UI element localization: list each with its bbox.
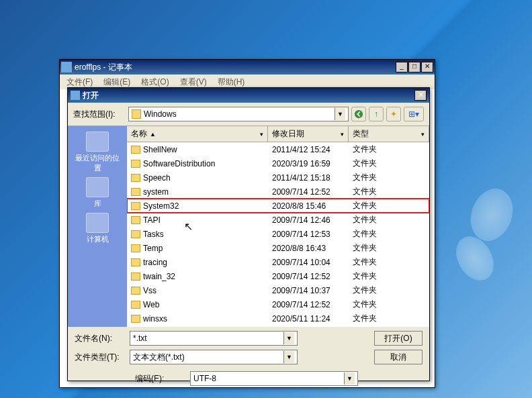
lookin-value: Windows bbox=[144, 109, 177, 119]
file-name: TAPI bbox=[143, 215, 161, 225]
file-date: 2020/8/8 16:43 bbox=[268, 243, 349, 254]
file-name: tracing bbox=[143, 258, 167, 267]
notepad-titlebar[interactable]: erofflps - 记事本 _ □ ✕ bbox=[60, 60, 435, 74]
folder-icon bbox=[131, 244, 140, 252]
file-row[interactable]: Vss2009/7/14 10:37文件夹 bbox=[127, 283, 429, 297]
file-name: twain_32 bbox=[143, 272, 175, 281]
file-list[interactable]: 名称 ▲▾ 修改日期▾ 类型▾ ShellNew2011/4/12 15:24文… bbox=[127, 126, 429, 327]
file-row[interactable]: winsxs2020/5/11 11:24文件夹 bbox=[127, 311, 429, 326]
file-date: 2020/5/11 11:24 bbox=[268, 313, 349, 324]
column-date[interactable]: 修改日期▾ bbox=[268, 126, 349, 142]
file-row[interactable]: tracing2009/7/14 10:04文件夹 bbox=[127, 255, 429, 269]
lookin-dropdown[interactable]: Windows ▼ bbox=[128, 107, 349, 121]
views-button[interactable]: ⊞▾ bbox=[404, 107, 424, 121]
file-row[interactable]: ShellNew2011/4/12 15:24文件夹 bbox=[127, 142, 429, 156]
file-type: 文件夹 bbox=[349, 298, 429, 311]
file-name: Speech bbox=[143, 173, 171, 183]
file-row[interactable]: Temp2020/8/8 16:43文件夹 bbox=[127, 241, 429, 255]
filename-label: 文件名(N): bbox=[75, 333, 130, 344]
libraries-icon bbox=[86, 177, 109, 197]
file-name: winsxs bbox=[143, 314, 167, 324]
folder-icon bbox=[131, 216, 140, 224]
sidebar-item-libraries[interactable]: 库 bbox=[74, 177, 121, 209]
open-button[interactable]: 打开(O) bbox=[374, 331, 423, 346]
folder-icon bbox=[131, 174, 140, 182]
file-row[interactable]: Speech2011/4/12 15:18文件夹 bbox=[127, 170, 429, 185]
dialog-titlebar[interactable]: 打开 ✕ bbox=[68, 88, 429, 103]
encoding-dropdown[interactable]: UTF-8 ▼ bbox=[190, 371, 358, 386]
maximize-button[interactable]: □ bbox=[408, 62, 420, 72]
folder-icon bbox=[131, 315, 140, 323]
file-row[interactable]: twain_322009/7/14 12:52文件夹 bbox=[127, 269, 429, 283]
close-button[interactable]: ✕ bbox=[421, 62, 433, 72]
file-date: 2009/7/14 12:52 bbox=[268, 187, 349, 197]
places-sidebar: 最近访问的位置 库 计算机 bbox=[68, 126, 127, 327]
sidebar-item-computer[interactable]: 计算机 bbox=[74, 213, 121, 244]
file-date: 2011/4/12 15:18 bbox=[268, 172, 349, 183]
cancel-button[interactable]: 取消 bbox=[374, 350, 423, 364]
file-row[interactable]: TAPI2009/7/14 12:46文件夹 bbox=[127, 213, 429, 227]
chevron-down-icon: ▼ bbox=[283, 351, 294, 363]
sidebar-item-recent[interactable]: 最近访问的位置 bbox=[74, 132, 121, 173]
folder-icon bbox=[131, 272, 140, 281]
encoding-label: 编码(E): bbox=[135, 373, 190, 385]
folder-icon bbox=[131, 188, 140, 196]
file-type: 文件夹 bbox=[349, 326, 429, 327]
file-name: Web bbox=[143, 300, 159, 309]
file-date: 2009/7/14 12:52 bbox=[268, 271, 349, 282]
file-date: 2020/3/19 16:59 bbox=[268, 158, 349, 169]
file-type: 文件夹 bbox=[349, 312, 429, 325]
column-name[interactable]: 名称 ▲▾ bbox=[127, 126, 268, 142]
file-name: System32 bbox=[143, 201, 179, 211]
folder-icon bbox=[131, 202, 140, 210]
folder-icon bbox=[131, 146, 140, 154]
file-row[interactable]: Web2009/7/14 12:52文件夹 bbox=[127, 297, 429, 311]
file-date: 2011/4/12 15:24 bbox=[268, 144, 349, 155]
dialog-title: 打开 bbox=[83, 90, 414, 101]
file-type: 文件夹 bbox=[349, 242, 429, 254]
file-type: 文件夹 bbox=[349, 228, 429, 240]
file-date: 2009/7/14 10:04 bbox=[268, 257, 349, 268]
file-name: Temp bbox=[143, 244, 163, 253]
minimize-button[interactable]: _ bbox=[396, 62, 408, 72]
folder-icon bbox=[131, 230, 140, 238]
chevron-down-icon: ▼ bbox=[344, 372, 355, 385]
file-row[interactable]: SoftwareDistribution2020/3/19 16:59文件夹 bbox=[127, 156, 429, 170]
filetype-label: 文件类型(T): bbox=[75, 352, 130, 363]
lookin-label: 查找范围(I): bbox=[73, 109, 126, 120]
file-date: 2009/7/14 12:53 bbox=[268, 229, 349, 240]
filename-input[interactable]: *.txt ▼ bbox=[130, 331, 298, 346]
filetype-dropdown[interactable]: 文本文档(*.txt) ▼ bbox=[130, 350, 298, 364]
folder-icon bbox=[131, 258, 140, 266]
file-row[interactable]: Tasks2009/7/14 12:53文件夹 bbox=[127, 227, 429, 241]
column-type[interactable]: 类型▾ bbox=[349, 126, 429, 142]
file-type: 文件夹 bbox=[349, 185, 429, 198]
file-type: 文件夹 bbox=[349, 256, 429, 268]
folder-icon bbox=[131, 160, 140, 168]
file-row[interactable]: system2009/7/14 12:52文件夹 bbox=[127, 185, 429, 199]
folder-icon bbox=[131, 301, 140, 309]
file-type: 文件夹 bbox=[349, 199, 429, 212]
file-name: system bbox=[143, 187, 169, 197]
new-folder-button[interactable]: ✦ bbox=[386, 107, 401, 121]
svg-point-0 bbox=[355, 110, 363, 118]
file-date: 2020/8/8 15:46 bbox=[268, 201, 349, 211]
open-dialog: 打开 ✕ 查找范围(I): Windows ▼ ↑ ✦ ⊞▾ 最近访问的位置 库 bbox=[67, 87, 430, 381]
chevron-down-icon: ▼ bbox=[283, 332, 294, 344]
file-name: Tasks bbox=[143, 230, 164, 239]
notepad-icon bbox=[61, 62, 72, 72]
file-name: ShellNew bbox=[143, 145, 177, 154]
folder-icon bbox=[132, 109, 141, 119]
file-type: 文件夹 bbox=[349, 143, 429, 156]
file-type: 文件夹 bbox=[349, 270, 429, 283]
dialog-close-button[interactable]: ✕ bbox=[414, 90, 427, 101]
up-one-level-button[interactable]: ↑ bbox=[369, 107, 384, 121]
file-row[interactable]: System322020/8/8 15:46文件夹 bbox=[127, 199, 429, 213]
back-button[interactable] bbox=[351, 107, 366, 121]
file-type: 文件夹 bbox=[349, 213, 429, 226]
dialog-icon bbox=[71, 91, 80, 100]
notepad-title: erofflps - 记事本 bbox=[75, 62, 396, 73]
file-date: 2009/7/14 12:46 bbox=[268, 215, 349, 226]
file-row[interactable]: zh-CN2011/4/12 15:18文件夹 bbox=[127, 326, 429, 327]
folder-icon bbox=[131, 287, 140, 295]
